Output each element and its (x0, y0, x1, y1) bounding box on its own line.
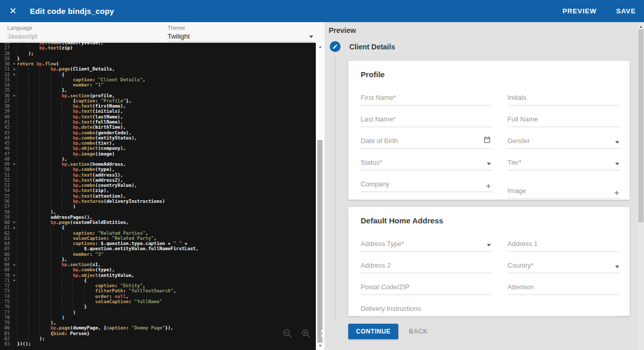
field-full-name[interactable]: Full Name (507, 113, 620, 127)
editor-scrollbar-thumb[interactable] (317, 140, 323, 343)
line-number: 65 (0, 246, 11, 251)
code-line: 54 bp.text(zip), (0, 188, 316, 193)
field-company[interactable]: Company+ (361, 178, 492, 192)
calendar-icon[interactable] (483, 136, 491, 146)
code-line: 66 number: "3" (0, 252, 316, 257)
line-number: 72 (0, 283, 11, 288)
editor-settings-row: Language Javascript Theme Twilight (0, 22, 325, 43)
field-label: Country* (507, 261, 534, 269)
field-gender[interactable]: Gender (507, 134, 620, 149)
fold-marker-icon[interactable]: ▼ (11, 61, 17, 66)
field-label: Status* (361, 159, 382, 166)
field-label: Last Name* (361, 115, 396, 123)
edit-pencil-icon (330, 41, 341, 52)
chevron-down-icon[interactable] (487, 163, 491, 165)
fold-marker-icon[interactable]: ▼ (11, 93, 17, 98)
line-number: 45 (0, 141, 11, 146)
field-address-2[interactable]: Address 2 (361, 259, 492, 273)
code-line: 50 bp.combo(type), (0, 167, 316, 172)
line-number: 36 (0, 93, 11, 98)
field-date-of-birth[interactable]: Date of Birth (361, 134, 492, 149)
code-line: 43 bp.combo(genderCode), (0, 130, 316, 135)
field-label: Full Name (507, 115, 538, 123)
code-line: 59 addressPages(), (0, 215, 316, 220)
zoom-out-icon[interactable] (282, 328, 293, 339)
field-label: Company (361, 180, 389, 188)
language-field[interactable]: Language Javascript (7, 25, 158, 42)
line-number: 52 (0, 178, 11, 183)
code-line: 64 captions: $.question.type.caption + "… (0, 241, 316, 246)
language-label: Language (7, 25, 158, 31)
line-number: 46 (0, 146, 11, 151)
code-lines: 26 bp.combo(countryValue),27 bp.text(zip… (0, 43, 316, 346)
code-line: 29} (0, 56, 316, 61)
step-label: Client Details (349, 43, 395, 51)
code-line: 41 bp.text(fullName), (0, 119, 316, 125)
fold-marker-icon[interactable]: ▼ (11, 72, 17, 77)
field-label: Tier* (507, 159, 521, 166)
fold-marker-icon[interactable]: ▼ (11, 273, 17, 278)
line-number: 77 (0, 310, 11, 315)
field-tier[interactable]: Tier* (507, 156, 620, 170)
code-line: 53 bp.combo(countryValue), (0, 183, 316, 188)
field-address-1[interactable]: Address 1 (507, 237, 620, 252)
field-first-name[interactable]: First Name* (361, 91, 492, 106)
fold-marker-icon[interactable]: ▼ (11, 67, 17, 72)
field-label: Initials (507, 94, 527, 101)
close-icon[interactable]: ✕ (8, 6, 18, 16)
home-address-fields: Address Type*Address 1Address 2Country*P… (361, 237, 620, 317)
save-button[interactable]: SAVE (616, 7, 636, 15)
fold-marker-icon[interactable]: ▼ (11, 278, 17, 283)
step-connector-line (335, 55, 335, 321)
continue-button[interactable]: CONTINUE (348, 324, 398, 339)
code-line: 58 ), (0, 209, 316, 215)
line-number: 68 (0, 262, 11, 267)
plus-icon[interactable]: + (486, 182, 491, 190)
chevron-down-icon[interactable] (615, 163, 619, 165)
fold-marker-icon[interactable]: ▼ (11, 262, 17, 268)
field-attention[interactable]: Attention (507, 281, 620, 295)
code-line: 31▼ bp.page(Client_Details, (0, 66, 316, 72)
card-title: Default Home Address (361, 216, 620, 225)
preview-scrollbar[interactable]: ▲ (638, 22, 644, 350)
field-address-type[interactable]: Address Type* (361, 237, 492, 252)
code-line: 48 ), (0, 156, 316, 162)
code-line: 65 $.question.entityValue.fullNameFirstL… (0, 246, 316, 251)
fold-marker-icon[interactable]: ▼ (11, 162, 17, 167)
code-editor[interactable]: 26 bp.combo(countryValue),27 bp.text(zip… (0, 43, 316, 350)
chevron-down-icon[interactable] (487, 244, 491, 247)
editor-scrollbar[interactable]: ▲ ▼ (316, 43, 325, 350)
preview-button[interactable]: PREVIEW (563, 7, 597, 15)
line-number: 61 (0, 225, 11, 230)
scroll-down-icon[interactable]: ▼ (316, 343, 325, 348)
field-initials[interactable]: Initials (507, 91, 620, 106)
field-delivery-instructions[interactable]: Delivery Instructions (361, 302, 620, 317)
fold-marker-icon[interactable]: ▼ (11, 220, 17, 225)
line-number: 58 (0, 209, 11, 215)
scroll-up-icon[interactable]: ▲ (638, 24, 644, 29)
field-last-name[interactable]: Last Name* (361, 113, 492, 127)
back-button[interactable]: BACK (409, 328, 428, 335)
preview-scrollbar-thumb[interactable] (638, 29, 643, 222)
line-number: 27 (0, 45, 11, 50)
plus-icon[interactable]: + (614, 189, 619, 197)
line-number: 76 (0, 304, 11, 309)
line-number: 54 (0, 188, 11, 193)
step-client-details[interactable]: Client Details (330, 41, 395, 52)
code-line: 57 ) (0, 204, 316, 209)
theme-value: Twilight (167, 31, 314, 42)
fold-marker-icon[interactable]: ▼ (11, 225, 17, 231)
theme-field[interactable]: Theme Twilight (167, 25, 314, 42)
scroll-up-icon[interactable]: ▲ (316, 44, 325, 49)
code-line: 56 bp.textarea(deliveryInstructions) (0, 199, 316, 204)
zoom-in-icon[interactable] (300, 328, 312, 339)
chevron-down-icon[interactable] (615, 141, 619, 144)
code-line: 81 {bind: Person} (0, 331, 316, 336)
field-status[interactable]: Status* (361, 156, 492, 170)
chevron-down-icon[interactable] (615, 266, 619, 268)
editor-pane: Language Javascript Theme Twilight 26 bp… (0, 22, 325, 350)
field-postal-code-zip[interactable]: Postal Code/ZIP (361, 281, 492, 295)
card-title: Profile (361, 70, 620, 79)
field-country[interactable]: Country* (507, 259, 620, 273)
field-image[interactable]: Image+ (507, 184, 620, 199)
